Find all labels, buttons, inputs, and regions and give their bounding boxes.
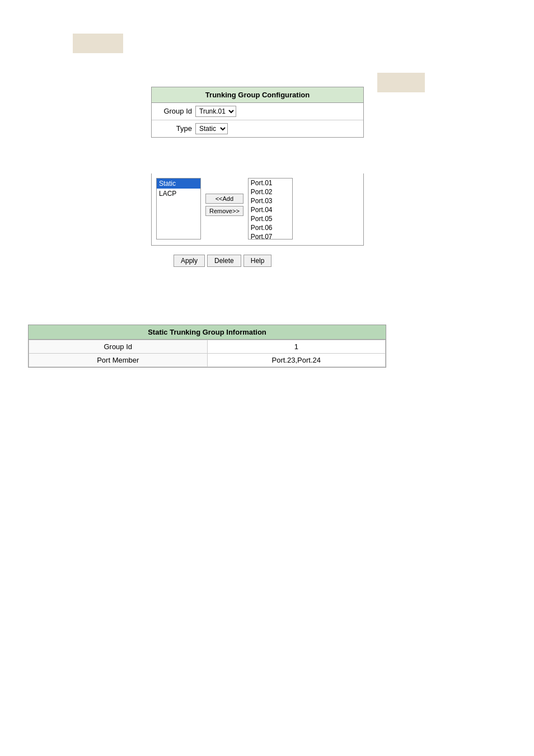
type-list-item-lacp[interactable]: LACP [157,189,200,199]
info-table-title: Static Trunking Group Information [29,325,386,340]
type-value: Static LACP [195,123,359,134]
port-member-cell-label: Port Member [29,354,208,367]
decorative-block-tl [73,34,123,53]
help-button[interactable]: Help [243,255,272,267]
group-id-label: Group Id [156,106,195,115]
port-list-item[interactable]: Port.02 [249,187,292,196]
port-list-item[interactable]: Port.06 [249,223,292,232]
port-list[interactable]: Port.01 Port.02 Port.03 Port.04 Port.05 … [248,178,293,240]
bottom-buttons-area: Apply Delete Help [174,255,271,267]
group-id-value: Trunk.01 Trunk.02 Trunk.03 Trunk.04 [195,106,359,117]
type-label: Type [156,123,195,133]
port-list-item[interactable]: Port.05 [249,214,292,223]
config-panel-title: Trunking Group Configuration [152,87,363,103]
port-list-item[interactable]: Port.07 [249,232,292,240]
type-row: Type Static LACP [152,120,363,137]
add-remove-buttons: <<Add Remove>> [205,194,243,216]
port-list-item[interactable]: Port.03 [249,196,292,205]
add-button[interactable]: <<Add [205,194,243,204]
table-row: Group Id 1 [29,340,386,354]
port-list-item[interactable]: Port.04 [249,205,292,214]
delete-button[interactable]: Delete [207,255,241,267]
group-id-cell-label: Group Id [29,340,208,354]
port-member-cell-value: Port.23,Port.24 [207,354,386,367]
apply-button[interactable]: Apply [174,255,205,267]
group-id-select[interactable]: Trunk.01 Trunk.02 Trunk.03 Trunk.04 [195,106,236,117]
type-list-item-static[interactable]: Static [157,179,200,189]
table-row: Port Member Port.23,Port.24 [29,354,386,367]
info-table: Group Id 1 Port Member Port.23,Port.24 [29,340,386,367]
type-select[interactable]: Static LACP [195,123,228,134]
decorative-block-tr [377,73,425,92]
port-list-item[interactable]: Port.01 [249,179,292,187]
port-selection-area: Static LACP <<Add Remove>> Port.01 Port.… [151,173,364,246]
trunking-config-panel: Trunking Group Configuration Group Id Tr… [151,87,364,138]
type-list[interactable]: Static LACP [156,178,201,240]
info-table-container: Static Trunking Group Information Group … [28,325,386,368]
group-id-cell-value: 1 [207,340,386,354]
remove-button[interactable]: Remove>> [205,206,243,216]
group-id-row: Group Id Trunk.01 Trunk.02 Trunk.03 Trun… [152,103,363,120]
